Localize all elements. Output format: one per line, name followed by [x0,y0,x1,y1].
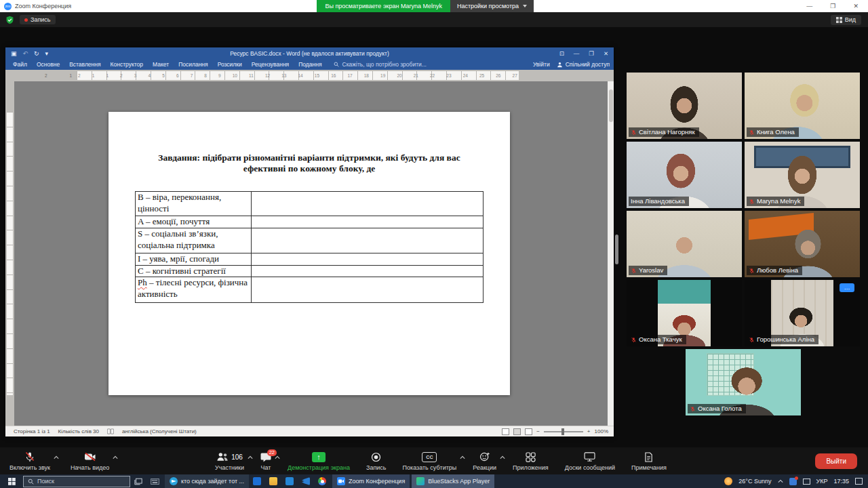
task-view-button[interactable] [130,474,146,488]
weather-text[interactable]: 26°C Sunny [738,478,771,485]
start-video-button[interactable]: Начать видео [71,451,109,471]
word-scrollbar[interactable] [608,81,614,426]
tray-expand-icon[interactable] [778,479,783,483]
page-indicator[interactable]: Сторінка 1 із 1 [14,428,50,434]
sign-in-button[interactable]: Увійти [533,61,550,68]
taskbar-window-telegram[interactable]: кто сюда зайдет тот ... [165,474,249,488]
view-settings-button[interactable]: Настройки просмотра [450,0,534,12]
table-cell-empty [252,265,484,277]
desktop: zm Zoom Конференция Вы просматриваете эк… [0,0,868,488]
participant-tile[interactable]: Світлана Нагорняк [627,73,742,139]
tab-layout[interactable]: Макет [148,59,174,70]
zoom-slider-thumb[interactable] [561,428,564,435]
taskbar-app-photos[interactable] [281,474,298,488]
start-button[interactable] [0,474,23,488]
tab-insert[interactable]: Вставлення [64,59,105,70]
tab-home[interactable]: Основне [32,59,64,70]
taskbar-window-bluestacks[interactable]: BlueStacks App Player [412,474,494,488]
close-button[interactable]: ✕ [853,3,859,9]
participant-tile[interactable]: Оксана Голота [686,349,801,415]
chevron-up-icon[interactable] [460,455,465,460]
chevron-up-icon[interactable] [54,455,59,460]
tab-view[interactable]: Подання [294,59,326,70]
clock[interactable]: 17:35 [833,478,849,485]
undo-icon[interactable]: ↶ [23,50,28,57]
weather-sun-icon[interactable] [724,477,732,485]
chat-button[interactable]: 22 Чат [260,451,271,471]
action-center-icon[interactable] [855,478,863,485]
chevron-up-icon[interactable] [113,455,118,460]
print-layout-icon[interactable] [513,428,521,435]
taskbar-app-mail[interactable] [249,474,265,488]
web-layout-icon[interactable] [525,428,532,435]
participant-tile[interactable]: Yaroslav [627,211,742,277]
reactions-button[interactable]: Реакции [473,451,496,471]
tray-telegram-icon[interactable] [789,478,797,485]
redo-icon[interactable]: ↻ [34,50,39,57]
tab-review[interactable]: Рецензування [247,59,294,70]
ribbon-options-icon[interactable]: ⊡ [559,50,564,57]
share-button[interactable]: Спільний доступ [557,61,610,68]
whiteboards-button[interactable]: Доски сообщений [565,451,615,471]
chevron-up-icon[interactable] [275,455,280,460]
captions-button[interactable]: CC Показать субтитры [403,451,457,471]
zoom-percent[interactable]: 100% [595,428,608,434]
taskbar-app-vscode[interactable] [298,474,314,488]
view-label: Вид [845,16,856,23]
taskbar-app-explorer[interactable] [265,474,281,488]
read-mode-icon[interactable] [502,428,509,435]
proofing-icon[interactable] [107,428,114,434]
tab-references[interactable]: Посилання [174,59,213,70]
minimize-button[interactable]: — [806,3,812,9]
stage-scrollbar-thumb[interactable] [615,235,618,264]
save-icon[interactable]: ▣ [11,50,17,57]
word-scrollbar-thumb[interactable] [609,89,613,122]
record-button[interactable]: Запись [366,451,387,471]
participants-button[interactable]: 106 Участники [215,451,244,471]
bluestacks-window-title: BlueStacks App Player [428,478,490,485]
tab-mailings[interactable]: Розсилки [213,59,247,70]
muted-mic-icon [749,199,755,205]
tell-me-search[interactable]: Скажіть, що потрібно зробити... [334,61,427,68]
whiteboards-label: Доски сообщений [565,464,615,471]
chevron-up-icon[interactable] [500,455,505,460]
zoom-in-button[interactable]: + [587,428,591,434]
tile-more-button[interactable]: … [840,283,854,292]
word-count[interactable]: Кількість слів 30 [58,428,99,434]
word-close-button[interactable]: ✕ [604,50,608,57]
participant-tile[interactable]: … Горошинська Аліна [745,280,860,346]
taskbar-window-zoom[interactable]: Zoom Конференция [332,474,410,488]
language-indicator[interactable]: англійська (Сполучені Штати) [122,428,197,434]
touch-keyboard-button[interactable] [146,474,163,488]
zoom-infobar: Запись Вид [0,12,868,27]
unmute-button[interactable]: Включить звук [9,451,50,471]
tray-display-icon[interactable] [803,479,810,485]
taskbar-search-input[interactable]: Поиск [23,476,130,487]
document-page[interactable]: Завдання: підібрати різноманітні варіант… [108,112,510,395]
tab-design[interactable]: Конструктор [106,59,148,70]
tab-file[interactable]: Файл [8,59,32,70]
maximize-button[interactable]: ❐ [830,3,835,9]
participant-tile-active-speaker[interactable]: Інна Лівандовська [627,142,742,208]
leave-meeting-button[interactable]: Выйти [815,453,857,469]
document-heading: Завдання: підібрати різноманітні варіант… [108,152,510,174]
qat-customize-icon[interactable]: ▾ [45,50,49,57]
task-view-icon [134,478,142,485]
participant-tile[interactable]: Maryna Melnyk [745,142,860,208]
zoom-slider[interactable] [544,431,583,432]
participant-name-label: Інна Лівандовська [629,197,689,206]
zoom-out-button[interactable]: − [536,428,540,434]
view-button[interactable]: Вид [831,15,861,25]
participant-tile[interactable]: Книга Олена [745,73,860,139]
word-minimize-button[interactable]: — [574,50,580,57]
notes-button[interactable]: Примечания [631,451,667,471]
participant-tile[interactable]: Оксана Ткачук [627,280,742,346]
chevron-up-icon[interactable] [248,455,253,460]
language-indicator[interactable]: УКР [816,478,828,485]
word-restore-button[interactable]: ❐ [589,50,594,57]
participant-tile[interactable]: Любов Левіна [745,211,860,277]
apps-button[interactable]: Приложения [513,451,549,471]
taskbar-app-chrome[interactable] [314,474,330,488]
share-screen-button[interactable]: ↑ Демонстрация экрана [288,451,350,471]
share-screen-icon: ↑ [312,452,326,462]
